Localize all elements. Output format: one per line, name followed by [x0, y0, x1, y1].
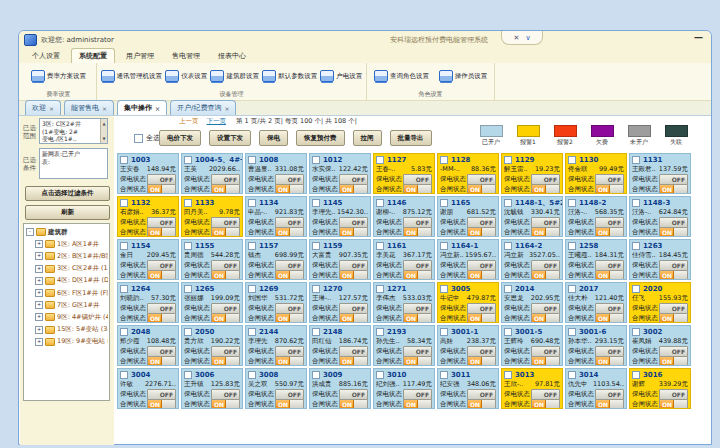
room-checkbox[interactable] [312, 328, 320, 336]
tree-item[interactable]: +15区: 5#变站 (3#变 [26, 324, 108, 336]
room-card[interactable]: 1271李伟杰533.03元保电状态OFF合闸状态ON [373, 282, 435, 323]
switch-toggle-on[interactable]: ON [147, 313, 176, 324]
room-card[interactable]: 1148-3汪洛-..624.84元保电状态OFF合闸状态ON [629, 196, 691, 237]
room-checkbox[interactable] [120, 242, 128, 250]
room-checkbox[interactable] [184, 156, 192, 164]
protect-toggle-off[interactable]: OFF [595, 174, 624, 185]
room-card[interactable]: 1145李理先..1542.30..保电状态OFF合闸状态ON [309, 196, 371, 237]
protect-toggle-off[interactable]: OFF [531, 174, 560, 185]
room-card[interactable]: 1164-1冯立新..1595.67..保电状态OFF合闸状态ON [437, 239, 499, 280]
room-checkbox[interactable] [120, 156, 128, 164]
room-card[interactable]: 1128-MM-..88.36元保电状态OFF合闸状态ON [437, 153, 499, 194]
protect-toggle-off[interactable]: OFF [275, 174, 304, 185]
room-checkbox[interactable] [632, 371, 640, 379]
menu-tab-系统配置[interactable]: 系统配置 [71, 48, 115, 63]
refresh-button[interactable]: 刷新 [25, 205, 110, 220]
select-all[interactable]: 全选 [134, 133, 160, 143]
room-card[interactable]: 1134申品-..921.83元保电状态OFF合闸状态ON [245, 196, 307, 237]
action-button-恢复预付费[interactable]: 恢复预付费 [296, 130, 345, 146]
tree-item[interactable]: +1区: A区1#井 [26, 238, 108, 250]
room-checkbox[interactable] [376, 285, 384, 293]
expand-icon[interactable]: + [35, 301, 43, 309]
room-card[interactable]: 2048郑少霞108.48元保电状态OFF合闸状态ON [117, 325, 179, 366]
ribbon-button-仪表设置[interactable]: 仪表设置 [165, 70, 207, 82]
protect-toggle-off[interactable]: OFF [275, 303, 304, 314]
room-checkbox[interactable] [376, 199, 384, 207]
switch-toggle-on[interactable]: ON [659, 184, 688, 195]
protect-toggle-off[interactable]: OFF [467, 174, 496, 185]
protect-toggle-off[interactable]: OFF [275, 346, 304, 357]
switch-toggle-on[interactable]: ON [275, 313, 304, 324]
room-checkbox[interactable] [376, 371, 384, 379]
switch-toggle-on[interactable]: ON [339, 313, 368, 324]
switch-toggle-on[interactable]: ON [275, 227, 304, 238]
room-checkbox[interactable] [568, 371, 576, 379]
doc-tab-开户/纪费查询[interactable]: 开户/纪费查询× [170, 100, 236, 115]
expand-icon[interactable]: + [35, 326, 43, 334]
switch-toggle-on[interactable]: ON [595, 227, 624, 238]
tree-root[interactable]: -建筑群 [26, 226, 108, 238]
protect-toggle-off[interactable]: OFF [659, 389, 688, 400]
expand-icon[interactable]: + [35, 277, 43, 285]
protect-toggle-off[interactable]: OFF [339, 260, 368, 271]
tree-item[interactable]: +7区: G区1#井 [26, 299, 108, 311]
switch-toggle-on[interactable]: ON [467, 184, 496, 195]
switch-toggle-on[interactable]: ON [339, 356, 368, 367]
doc-tab-集中操作[interactable]: 集中操作× [117, 100, 167, 115]
expand-icon[interactable]: + [35, 289, 43, 297]
room-card[interactable]: 1132石彦娟..36.37元保电状态OFF合闸状态ON [117, 196, 179, 237]
tree-item[interactable]: +4区: D区1#井 (D区1 [26, 275, 108, 287]
protect-toggle-off[interactable]: OFF [275, 260, 304, 271]
room-card[interactable]: 1270王琳-..127.57元保电状态OFF合闸状态ON [309, 282, 371, 323]
room-card[interactable]: 2050贵方欣190.22元保电状态OFF合闸状态ON [181, 325, 243, 366]
room-checkbox[interactable] [312, 242, 320, 250]
room-card[interactable]: 2014安思龙202.95元保电状态OFF合闸状态ON [501, 282, 563, 323]
room-card[interactable]: 1148-1、5#2沈毓钱330.41元保电状态OFF合闸状态ON [501, 196, 563, 237]
tree-item[interactable]: +2区: B区1#井/B区1# [26, 250, 108, 262]
selected-range-listbox[interactable]: ▲▼ 3区: C区2#井(1#变电: 2#变电./区1#.. [39, 118, 108, 144]
room-card[interactable]: 1129解玉雷..19.23元保电状态OFF合闸状态ON [501, 153, 563, 194]
switch-toggle-on[interactable]: ON [659, 399, 688, 410]
protect-toggle-off[interactable]: OFF [531, 217, 560, 228]
room-card[interactable]: 1148-2汪洛-..568.35元保电状态OFF合闸状态ON [565, 196, 627, 237]
protect-toggle-off[interactable]: OFF [595, 303, 624, 314]
room-card[interactable]: 1258王曦霞..184.31元保电状态OFF合闸状态ON [565, 239, 627, 280]
switch-toggle-on[interactable]: ON [531, 356, 560, 367]
building-tree[interactable]: -建筑群+1区: A区1#井+2区: B区1#井/B区1#+3区: C区2#井 … [23, 223, 110, 401]
switch-toggle-on[interactable]: ON [147, 184, 176, 195]
protect-toggle-off[interactable]: OFF [211, 346, 240, 357]
room-checkbox[interactable] [504, 371, 512, 379]
room-checkbox[interactable] [568, 328, 576, 336]
room-checkbox[interactable] [440, 156, 448, 164]
action-button-电价下发[interactable]: 电价下发 [159, 130, 201, 146]
room-checkbox[interactable] [184, 242, 192, 250]
action-button-设置下发[interactable]: 设置下发 [209, 130, 251, 146]
room-card[interactable]: 3001-6孙本华..293.15元保电状态OFF合闸状态ON [565, 325, 627, 366]
scroll-up-icon[interactable]: ▲ [102, 120, 105, 128]
expand-icon[interactable]: + [35, 240, 43, 248]
switch-toggle-on[interactable]: ON [467, 356, 496, 367]
ribbon-button-查询角色设置[interactable]: 查询角色设置 [374, 70, 429, 82]
room-card[interactable]: 3016谢辉339.29元保电状态OFF合闸状态ON [629, 368, 691, 409]
protect-toggle-off[interactable]: OFF [339, 217, 368, 228]
tree-item[interactable]: +19区: 9#变电站 (2# [26, 336, 108, 348]
switch-toggle-on[interactable]: ON [211, 227, 240, 238]
switch-toggle-on[interactable]: ON [339, 399, 368, 410]
room-checkbox[interactable] [568, 199, 576, 207]
menu-tab-售电管理[interactable]: 售电管理 [165, 49, 207, 63]
listbox-scrollbar[interactable]: ▲▼ [100, 119, 107, 143]
room-checkbox[interactable] [184, 285, 192, 293]
protect-toggle-off[interactable]: OFF [211, 260, 240, 271]
prev-page-link[interactable]: 上一页 [179, 117, 199, 125]
room-checkbox[interactable] [440, 285, 448, 293]
protect-toggle-off[interactable]: OFF [595, 260, 624, 271]
switch-toggle-on[interactable]: ON [659, 313, 688, 324]
switch-toggle-on[interactable]: ON [659, 227, 688, 238]
protect-toggle-off[interactable]: OFF [467, 217, 496, 228]
room-checkbox[interactable] [120, 199, 128, 207]
protect-toggle-off[interactable]: OFF [339, 389, 368, 400]
ribbon-button-费率方案设置[interactable]: 费率方案设置 [31, 70, 86, 82]
room-card[interactable]: 1008曹温显..331.08元保电状态OFF合闸状态ON [245, 153, 307, 194]
close-tab-icon[interactable]: × [49, 105, 54, 112]
room-card[interactable]: 3001-5王辉玲690.48元保电状态OFF合闸状态ON [501, 325, 563, 366]
